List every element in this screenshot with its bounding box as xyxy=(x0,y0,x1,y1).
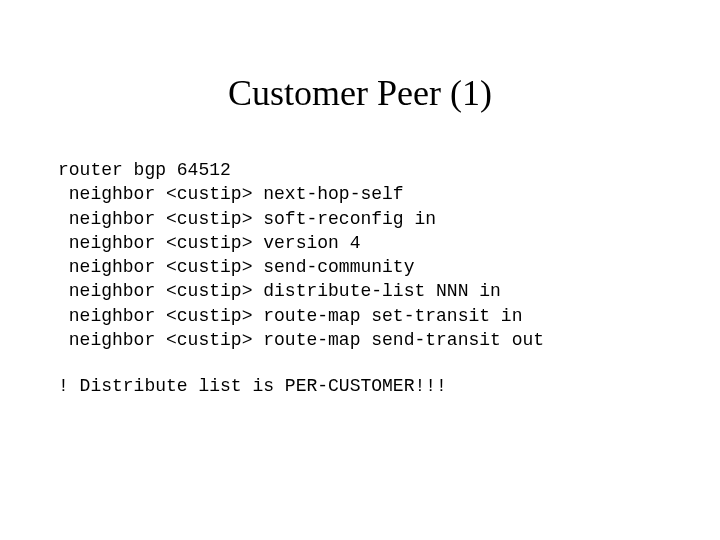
config-line: neighbor <custip> version 4 xyxy=(58,233,360,253)
config-line: neighbor <custip> route-map send-transit… xyxy=(58,330,544,350)
config-line: neighbor <custip> next-hop-self xyxy=(58,184,404,204)
bgp-config-block: router bgp 64512 neighbor <custip> next-… xyxy=(58,158,544,352)
config-line: neighbor <custip> soft-reconfig in xyxy=(58,209,436,229)
comment-line: ! Distribute list is PER-CUSTOMER!!! xyxy=(58,376,447,396)
slide: Customer Peer (1) router bgp 64512 neigh… xyxy=(0,0,720,540)
config-line: neighbor <custip> route-map set-transit … xyxy=(58,306,522,326)
page-title: Customer Peer (1) xyxy=(0,72,720,114)
config-line: neighbor <custip> send-community xyxy=(58,257,414,277)
config-line: router bgp 64512 xyxy=(58,160,231,180)
config-line: neighbor <custip> distribute-list NNN in xyxy=(58,281,501,301)
